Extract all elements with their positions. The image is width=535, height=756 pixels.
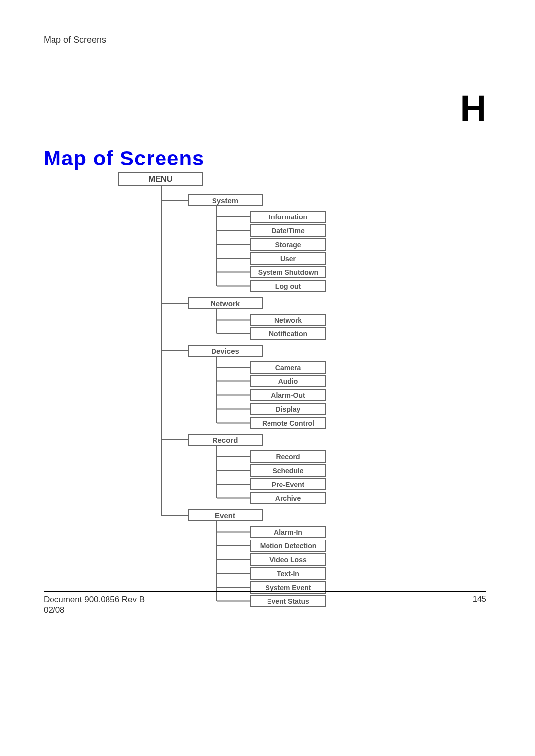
menu-item-user: User: [250, 252, 326, 265]
menu-item-storage: Storage: [250, 238, 326, 251]
footer-doc: Document 900.0856 Rev B 02/08: [44, 594, 145, 616]
menu-item-record: Record: [250, 450, 326, 463]
menu-category-devices: Devices: [188, 345, 263, 357]
menu-item-alarm-in: Alarm-In: [250, 526, 326, 538]
menu-category-system: System: [188, 194, 263, 206]
menu-item-information: Information: [250, 211, 326, 223]
menu-item-archive: Archive: [250, 492, 326, 504]
page: Map of Screens H Map of Screens MENUSyst…: [0, 0, 535, 756]
menu-item-event-status: Event Status: [250, 595, 326, 607]
footer-rule: [44, 591, 486, 592]
menu-item-text-in: Text-In: [250, 567, 326, 580]
page-title: Map of Screens: [44, 147, 204, 170]
footer-doc-id: Document 900.0856 Rev B: [44, 595, 145, 604]
menu-item-log-out: Log out: [250, 280, 326, 292]
menu-item-motion-detection: Motion Detection: [250, 540, 326, 552]
menu-item-date-time: Date/Time: [250, 224, 326, 237]
menu-item-audio: Audio: [250, 375, 326, 387]
menu-category-event: Event: [188, 509, 263, 521]
menu-item-display: Display: [250, 403, 326, 415]
footer-date: 02/08: [44, 605, 65, 615]
running-header: Map of Screens: [44, 35, 106, 45]
menu-item-pre-event: Pre-Event: [250, 478, 326, 490]
menu-root: MENU: [118, 172, 203, 186]
menu-item-alarm-out: Alarm-Out: [250, 389, 326, 401]
menu-item-network: Network: [250, 314, 326, 326]
menu-item-notification: Notification: [250, 327, 326, 340]
menu-item-remote-control: Remote Control: [250, 417, 326, 429]
menu-category-network: Network: [188, 297, 263, 309]
menu-category-record: Record: [188, 434, 263, 446]
menu-item-camera: Camera: [250, 361, 326, 374]
menu-item-video-loss: Video Loss: [250, 553, 326, 566]
menu-item-schedule: Schedule: [250, 464, 326, 477]
menu-item-system-event: System Event: [250, 581, 326, 594]
appendix-letter: H: [460, 87, 486, 129]
menu-tree-diagram: MENUSystemInformationDate/TimeStorageUse…: [118, 172, 331, 612]
footer-page-number: 145: [473, 594, 486, 604]
menu-item-system-shutdown: System Shutdown: [250, 266, 326, 278]
